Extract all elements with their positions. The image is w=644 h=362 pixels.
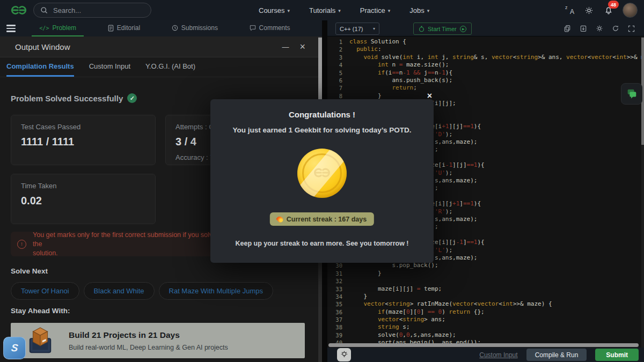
search-bar[interactable] bbox=[33, 3, 151, 18]
test-cases-label: Test Cases Passed bbox=[21, 123, 145, 131]
code-line[interactable]: 38 string s; bbox=[327, 323, 641, 331]
solve-next-pill[interactable]: Tower Of Hanoi bbox=[11, 282, 79, 300]
editor-horizontal-scrollbar[interactable] bbox=[328, 343, 639, 347]
modal-message: You just earned 1 Geekbit for solving to… bbox=[210, 126, 434, 134]
tab-custom-input[interactable]: Custom Input bbox=[89, 57, 130, 77]
nav-menu-jobs[interactable]: Jobs▾ bbox=[409, 6, 429, 14]
promo-banner[interactable]: Build 21 Projects in 21 Days Build real-… bbox=[11, 323, 305, 358]
code-line[interactable]: 34 } bbox=[327, 293, 641, 300]
fullscreen-icon[interactable] bbox=[627, 25, 635, 33]
doubt-chat-button[interactable] bbox=[621, 83, 642, 105]
tab-submissions[interactable]: Submissions bbox=[164, 20, 225, 36]
line-number: 6 bbox=[327, 77, 349, 84]
time-taken-card: Time Taken 0.02 bbox=[11, 174, 156, 224]
chevron-down-icon: ▾ bbox=[338, 7, 341, 13]
warning-line2: solution. bbox=[33, 249, 58, 257]
code-line[interactable]: 3 void solve(int i, int j, string& s, ve… bbox=[327, 54, 641, 61]
nav-menu-practice[interactable]: Practice▾ bbox=[360, 6, 391, 14]
tab-problem[interactable]: </> Problem bbox=[32, 20, 84, 36]
geekbit-coin bbox=[297, 149, 347, 198]
solve-next-pill[interactable]: Black and White bbox=[84, 282, 155, 300]
gfg-logo[interactable] bbox=[8, 4, 30, 17]
line-number: 8 bbox=[327, 92, 349, 100]
modal-title: Congratulations ! bbox=[210, 110, 434, 119]
import-code-icon[interactable] bbox=[579, 25, 587, 33]
streak-badge: Current streak : 167 days bbox=[270, 212, 374, 226]
code-line[interactable]: 7 return; bbox=[327, 84, 641, 92]
code-line[interactable]: 6 ans.push_back(s); bbox=[327, 77, 641, 84]
line-number: 31 bbox=[327, 270, 349, 277]
editor-bottombar: Custom Input Compile & Run Submit bbox=[327, 348, 644, 362]
tab-yogi-ai-bot[interactable]: Y.O.G.I. (AI Bot) bbox=[145, 57, 195, 77]
line-number: 32 bbox=[327, 277, 349, 285]
tab-editorial[interactable]: Editorial bbox=[100, 20, 148, 36]
problem-tabbar: </> Problem Editorial Submissions Commen… bbox=[0, 20, 322, 37]
tab-compilation-results[interactable]: Compilation Results bbox=[6, 57, 74, 77]
flame-icon bbox=[276, 215, 284, 224]
compile-run-button[interactable]: Compile & Run bbox=[526, 349, 587, 361]
modal-close-icon[interactable]: × bbox=[427, 91, 432, 101]
clock-icon bbox=[172, 25, 178, 31]
notifications-bell-icon[interactable]: 48 bbox=[603, 4, 614, 16]
chevron-down-icon: ▾ bbox=[388, 7, 391, 13]
minimize-icon[interactable]: — bbox=[282, 43, 289, 51]
success-check-icon: ✓ bbox=[127, 93, 137, 103]
start-timer-button[interactable]: Start Timer ▶ bbox=[413, 23, 472, 35]
code-line[interactable]: 39 solve(0,0,s,ans,maze); bbox=[327, 331, 641, 339]
code-line[interactable]: 36 if(maze[0][0] == 0) return {}; bbox=[327, 308, 641, 316]
reset-code-icon[interactable] bbox=[611, 25, 619, 33]
chevron-down-icon: ▾ bbox=[427, 7, 430, 13]
hint-lightbulb-button[interactable] bbox=[337, 348, 351, 361]
code-line[interactable]: 31 } bbox=[327, 270, 641, 277]
code-line[interactable]: 33 maze[i][j] = temp; bbox=[327, 285, 641, 293]
user-avatar[interactable] bbox=[623, 3, 638, 18]
screen-capture-widget[interactable]: S bbox=[3, 337, 26, 359]
line-number: 36 bbox=[327, 308, 349, 316]
output-window-title: Output Window bbox=[15, 42, 70, 51]
status-row: Problem Solved Successfully ✓ bbox=[11, 93, 137, 103]
hamburger-menu-icon[interactable] bbox=[0, 20, 24, 36]
main-nav: Courses▾Tutorials▾Practice▾Jobs▾ bbox=[259, 0, 429, 20]
solve-next-pill[interactable]: Rat Maze With Multiple Jumps bbox=[159, 282, 274, 300]
code-icon: </> bbox=[39, 25, 49, 31]
code-line[interactable]: 1class Solution { bbox=[327, 38, 641, 46]
translate-icon[interactable]: zA bbox=[565, 6, 575, 14]
search-input[interactable] bbox=[52, 6, 144, 15]
settings-gear-icon[interactable] bbox=[595, 25, 603, 33]
test-cases-value: 1111 / 1111 bbox=[21, 136, 145, 148]
submit-button[interactable]: Submit bbox=[595, 349, 639, 361]
promo-subtitle: Build real-world ML, Deep Learning & Gen… bbox=[69, 344, 228, 351]
modal-footer-text: Keep up your streak to earn more. See yo… bbox=[210, 240, 434, 247]
top-navbar: Courses▾Tutorials▾Practice▾Jobs▾ zA 48 bbox=[0, 0, 644, 21]
nav-menu-tutorials[interactable]: Tutorials▾ bbox=[309, 6, 341, 14]
code-line[interactable]: 4 int n = maze.size(); bbox=[327, 61, 641, 69]
comment-icon bbox=[250, 25, 256, 31]
chevron-down-icon: ▾ bbox=[287, 7, 290, 13]
language-selector[interactable]: C++ (17) ▾ bbox=[335, 23, 379, 35]
line-number: 30 bbox=[327, 262, 349, 269]
tab-comments[interactable]: Comments bbox=[242, 20, 298, 36]
code-line[interactable]: 2 public: bbox=[327, 46, 641, 53]
code-line[interactable]: 32 bbox=[327, 277, 641, 285]
close-icon[interactable]: × bbox=[299, 41, 305, 53]
editor-vertical-scrollbar[interactable] bbox=[641, 36, 644, 348]
code-line[interactable]: 8 } bbox=[327, 92, 641, 100]
line-number: 5 bbox=[327, 69, 349, 77]
nav-menu-courses[interactable]: Courses▾ bbox=[259, 6, 290, 14]
chevron-down-icon: ▾ bbox=[373, 26, 375, 31]
code-line[interactable]: 30 s.pop_back(); bbox=[327, 262, 641, 269]
solve-next-list: Tower Of HanoiBlack and WhiteRat Maze Wi… bbox=[11, 282, 273, 300]
code-line[interactable]: 37 vector<string> ans; bbox=[327, 316, 641, 323]
code-line[interactable]: 35 vector<string> ratInMaze(vector<vecto… bbox=[327, 300, 641, 308]
status-text: Problem Solved Successfully bbox=[11, 94, 123, 103]
project-box-illustration bbox=[24, 326, 57, 355]
custom-input-link[interactable]: Custom Input bbox=[479, 351, 517, 359]
play-icon: ▶ bbox=[460, 26, 466, 32]
code-line[interactable]: 5 if(i==n-1 && j==n-1){ bbox=[327, 69, 641, 77]
theme-toggle-icon[interactable] bbox=[583, 4, 595, 16]
warning-icon: ! bbox=[17, 240, 26, 249]
copy-icon[interactable] bbox=[563, 25, 571, 33]
promo-title: Build 21 Projects in 21 Days bbox=[69, 330, 228, 340]
document-icon bbox=[108, 25, 114, 32]
output-window-header: Output Window — × bbox=[0, 36, 318, 57]
